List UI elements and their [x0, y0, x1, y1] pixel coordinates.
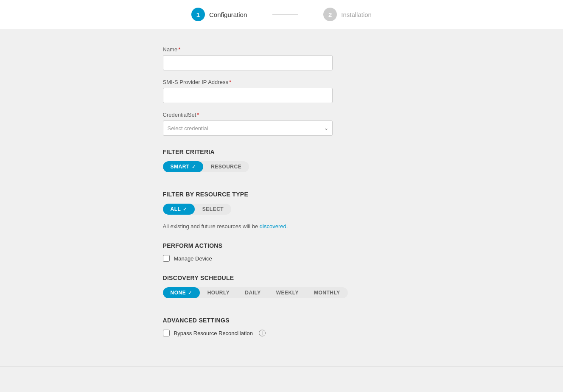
- credential-label: CredentialSet*: [163, 112, 401, 118]
- credential-required: *: [197, 112, 199, 118]
- name-label: Name*: [163, 46, 401, 53]
- manage-device-group: Manage Device: [163, 255, 401, 262]
- resource-type-toggle: ALL ✓ SELECT: [163, 204, 232, 215]
- none-schedule-button[interactable]: NONE ✓: [163, 287, 200, 298]
- discovery-schedule-header: DISCOVERY SCHEDULE: [163, 274, 401, 281]
- all-check-icon: ✓: [183, 207, 187, 212]
- name-input[interactable]: [163, 55, 333, 70]
- credential-select[interactable]: Select credential: [163, 120, 333, 136]
- all-toggle-button[interactable]: ALL ✓: [163, 204, 195, 215]
- bypass-reconciliation-label: Bypass Resource Reconciliation: [174, 330, 253, 336]
- smis-input[interactable]: [163, 88, 333, 103]
- resource-toggle-button[interactable]: RESOURCE: [203, 161, 249, 172]
- smis-group: SMI-S Provider IP Address*: [163, 79, 401, 103]
- bypass-reconciliation-checkbox[interactable]: [163, 330, 170, 336]
- discovered-highlight: discovered: [260, 223, 286, 230]
- step-1: 1 Configuration: [191, 8, 247, 21]
- filter-criteria-toggle: SMART ✓ RESOURCE: [163, 161, 249, 172]
- smis-label: SMI-S Provider IP Address*: [163, 79, 401, 85]
- select-toggle-button[interactable]: SELECT: [195, 204, 231, 215]
- step-2: 2 Installation: [323, 8, 372, 21]
- weekly-schedule-button[interactable]: WEEKLY: [269, 287, 306, 298]
- info-icon[interactable]: i: [259, 330, 266, 336]
- smart-check-icon: ✓: [192, 164, 196, 170]
- advanced-settings-header: ADVANCED SETTINGS: [163, 317, 401, 324]
- name-required: *: [178, 46, 180, 53]
- hourly-schedule-button[interactable]: HOURLY: [200, 287, 238, 298]
- monthly-schedule-button[interactable]: MONTHLY: [306, 287, 348, 298]
- step-connector: [272, 14, 298, 15]
- step-2-label: Installation: [341, 11, 372, 18]
- discovery-schedule-toggle: NONE ✓ HOURLY DAILY WEEKLY MONTHLY: [163, 287, 348, 298]
- filter-resource-type-header: FILTER BY RESOURCE TYPE: [163, 191, 401, 198]
- manage-device-checkbox[interactable]: [163, 255, 170, 262]
- filter-criteria-header: FILTER CRITERIA: [163, 148, 401, 155]
- perform-actions-header: PERFORM ACTIONS: [163, 242, 401, 249]
- step-2-circle: 2: [323, 8, 337, 21]
- wizard-header: 1 Configuration 2 Installation: [0, 0, 563, 29]
- name-group: Name*: [163, 46, 401, 70]
- smart-toggle-button[interactable]: SMART ✓: [163, 161, 204, 172]
- bypass-reconciliation-group: Bypass Resource Reconciliation i: [163, 330, 401, 336]
- bottom-divider: [0, 366, 563, 367]
- resource-type-description: All existing and future resources will b…: [163, 223, 401, 230]
- none-check-icon: ✓: [188, 290, 192, 296]
- step-1-label: Configuration: [209, 11, 247, 18]
- main-content: Name* SMI-S Provider IP Address* Credent…: [154, 29, 409, 366]
- manage-device-label: Manage Device: [174, 255, 212, 262]
- smis-required: *: [229, 79, 231, 85]
- credential-group: CredentialSet* Select credential ⌄: [163, 112, 401, 136]
- step-1-circle: 1: [191, 8, 205, 21]
- daily-schedule-button[interactable]: DAILY: [237, 287, 268, 298]
- credential-select-wrapper: Select credential ⌄: [163, 120, 333, 136]
